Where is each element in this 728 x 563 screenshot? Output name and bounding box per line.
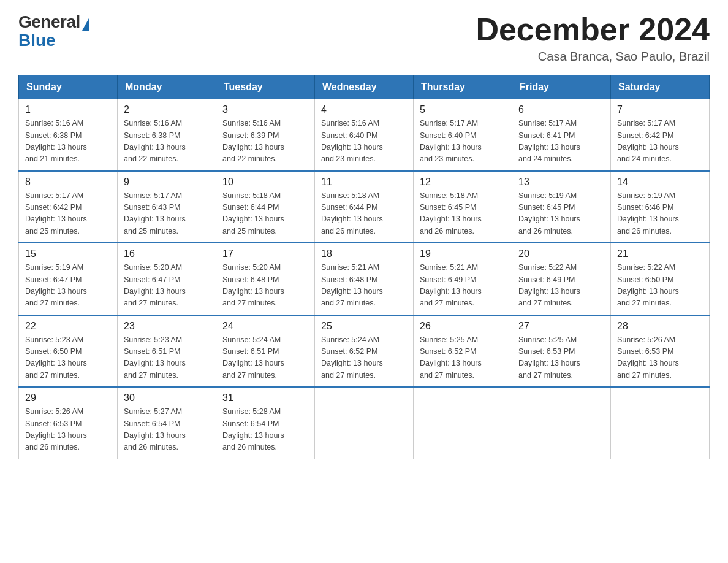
table-row: 5Sunrise: 5:17 AMSunset: 6:40 PMDaylight… <box>414 99 512 171</box>
table-row: 21Sunrise: 5:22 AMSunset: 6:50 PMDayligh… <box>611 243 710 315</box>
month-title: December 2024 <box>476 12 710 47</box>
table-row <box>315 387 414 459</box>
table-row: 31Sunrise: 5:28 AMSunset: 6:54 PMDayligh… <box>216 387 315 459</box>
table-row: 19Sunrise: 5:21 AMSunset: 6:49 PMDayligh… <box>414 243 512 315</box>
table-row: 28Sunrise: 5:26 AMSunset: 6:53 PMDayligh… <box>611 315 710 388</box>
calendar-table: Sunday Monday Tuesday Wednesday Thursday… <box>18 75 710 459</box>
day-info: Sunrise: 5:26 AMSunset: 6:53 PMDaylight:… <box>617 334 703 382</box>
day-info: Sunrise: 5:25 AMSunset: 6:53 PMDaylight:… <box>518 334 604 382</box>
table-row: 10Sunrise: 5:18 AMSunset: 6:44 PMDayligh… <box>216 171 315 243</box>
table-row: 23Sunrise: 5:23 AMSunset: 6:51 PMDayligh… <box>118 315 216 388</box>
day-info: Sunrise: 5:16 AMSunset: 6:38 PMDaylight:… <box>124 118 210 166</box>
day-number: 9 <box>124 177 210 188</box>
table-row: 2Sunrise: 5:16 AMSunset: 6:38 PMDaylight… <box>118 99 216 171</box>
day-info: Sunrise: 5:16 AMSunset: 6:38 PMDaylight:… <box>25 118 111 166</box>
day-number: 3 <box>222 104 308 115</box>
day-number: 28 <box>617 321 703 332</box>
day-number: 12 <box>420 177 506 188</box>
day-number: 26 <box>420 321 506 332</box>
day-info: Sunrise: 5:22 AMSunset: 6:49 PMDaylight:… <box>518 262 604 310</box>
table-row: 14Sunrise: 5:19 AMSunset: 6:46 PMDayligh… <box>611 171 710 243</box>
day-number: 21 <box>617 248 703 259</box>
day-info: Sunrise: 5:27 AMSunset: 6:54 PMDaylight:… <box>124 406 210 454</box>
day-number: 2 <box>124 104 210 115</box>
day-info: Sunrise: 5:16 AMSunset: 6:39 PMDaylight:… <box>222 118 308 166</box>
day-number: 11 <box>321 177 407 188</box>
table-row: 13Sunrise: 5:19 AMSunset: 6:45 PMDayligh… <box>512 171 611 243</box>
logo-triangle-icon <box>82 17 89 31</box>
header-tuesday: Tuesday <box>216 75 315 99</box>
day-number: 14 <box>617 177 703 188</box>
day-number: 10 <box>222 177 308 188</box>
logo-blue-text: Blue <box>18 31 56 50</box>
day-info: Sunrise: 5:17 AMSunset: 6:42 PMDaylight:… <box>617 118 703 166</box>
day-info: Sunrise: 5:21 AMSunset: 6:49 PMDaylight:… <box>420 262 506 310</box>
day-info: Sunrise: 5:24 AMSunset: 6:52 PMDaylight:… <box>321 334 407 382</box>
table-row: 26Sunrise: 5:25 AMSunset: 6:52 PMDayligh… <box>414 315 512 388</box>
table-row: 4Sunrise: 5:16 AMSunset: 6:40 PMDaylight… <box>315 99 414 171</box>
day-number: 22 <box>25 321 111 332</box>
day-number: 31 <box>222 393 308 404</box>
day-number: 15 <box>25 248 111 259</box>
day-info: Sunrise: 5:18 AMSunset: 6:44 PMDaylight:… <box>321 190 407 238</box>
logo-general-text: General <box>18 12 80 32</box>
day-number: 1 <box>25 104 111 115</box>
logo: General Blue <box>18 12 89 50</box>
table-row: 16Sunrise: 5:20 AMSunset: 6:47 PMDayligh… <box>118 243 216 315</box>
page-header: General Blue December 2024 Casa Branca, … <box>18 12 710 64</box>
day-info: Sunrise: 5:18 AMSunset: 6:44 PMDaylight:… <box>222 190 308 238</box>
day-info: Sunrise: 5:17 AMSunset: 6:40 PMDaylight:… <box>420 118 506 166</box>
day-number: 13 <box>518 177 604 188</box>
table-row: 12Sunrise: 5:18 AMSunset: 6:45 PMDayligh… <box>414 171 512 243</box>
day-number: 19 <box>420 248 506 259</box>
day-number: 24 <box>222 321 308 332</box>
day-info: Sunrise: 5:23 AMSunset: 6:50 PMDaylight:… <box>25 334 111 382</box>
day-info: Sunrise: 5:18 AMSunset: 6:45 PMDaylight:… <box>420 190 506 238</box>
day-number: 6 <box>518 104 604 115</box>
table-row: 3Sunrise: 5:16 AMSunset: 6:39 PMDaylight… <box>216 99 315 171</box>
day-info: Sunrise: 5:17 AMSunset: 6:41 PMDaylight:… <box>518 118 604 166</box>
day-number: 27 <box>518 321 604 332</box>
day-number: 17 <box>222 248 308 259</box>
day-number: 20 <box>518 248 604 259</box>
header-saturday: Saturday <box>611 75 710 99</box>
table-row: 18Sunrise: 5:21 AMSunset: 6:48 PMDayligh… <box>315 243 414 315</box>
day-info: Sunrise: 5:19 AMSunset: 6:47 PMDaylight:… <box>25 262 111 310</box>
day-info: Sunrise: 5:25 AMSunset: 6:52 PMDaylight:… <box>420 334 506 382</box>
day-info: Sunrise: 5:20 AMSunset: 6:48 PMDaylight:… <box>222 262 308 310</box>
table-row: 20Sunrise: 5:22 AMSunset: 6:49 PMDayligh… <box>512 243 611 315</box>
table-row: 6Sunrise: 5:17 AMSunset: 6:41 PMDaylight… <box>512 99 611 171</box>
table-row: 24Sunrise: 5:24 AMSunset: 6:51 PMDayligh… <box>216 315 315 388</box>
day-info: Sunrise: 5:28 AMSunset: 6:54 PMDaylight:… <box>222 406 308 454</box>
day-number: 18 <box>321 248 407 259</box>
table-row: 30Sunrise: 5:27 AMSunset: 6:54 PMDayligh… <box>118 387 216 459</box>
table-row: 15Sunrise: 5:19 AMSunset: 6:47 PMDayligh… <box>19 243 118 315</box>
day-info: Sunrise: 5:26 AMSunset: 6:53 PMDaylight:… <box>25 406 111 454</box>
table-row <box>512 387 611 459</box>
day-info: Sunrise: 5:17 AMSunset: 6:43 PMDaylight:… <box>124 190 210 238</box>
day-number: 5 <box>420 104 506 115</box>
day-info: Sunrise: 5:17 AMSunset: 6:42 PMDaylight:… <box>25 190 111 238</box>
table-row: 29Sunrise: 5:26 AMSunset: 6:53 PMDayligh… <box>19 387 118 459</box>
day-info: Sunrise: 5:16 AMSunset: 6:40 PMDaylight:… <box>321 118 407 166</box>
table-row: 1Sunrise: 5:16 AMSunset: 6:38 PMDaylight… <box>19 99 118 171</box>
day-number: 29 <box>25 393 111 404</box>
table-row <box>611 387 710 459</box>
header-thursday: Thursday <box>414 75 512 99</box>
table-row: 27Sunrise: 5:25 AMSunset: 6:53 PMDayligh… <box>512 315 611 388</box>
title-area: December 2024 Casa Branca, Sao Paulo, Br… <box>476 12 710 64</box>
day-info: Sunrise: 5:22 AMSunset: 6:50 PMDaylight:… <box>617 262 703 310</box>
calendar-header-row: Sunday Monday Tuesday Wednesday Thursday… <box>19 75 710 99</box>
header-friday: Friday <box>512 75 611 99</box>
day-number: 23 <box>124 321 210 332</box>
day-info: Sunrise: 5:23 AMSunset: 6:51 PMDaylight:… <box>124 334 210 382</box>
day-info: Sunrise: 5:24 AMSunset: 6:51 PMDaylight:… <box>222 334 308 382</box>
table-row <box>414 387 512 459</box>
day-info: Sunrise: 5:20 AMSunset: 6:47 PMDaylight:… <box>124 262 210 310</box>
table-row: 8Sunrise: 5:17 AMSunset: 6:42 PMDaylight… <box>19 171 118 243</box>
day-number: 8 <box>25 177 111 188</box>
table-row: 22Sunrise: 5:23 AMSunset: 6:50 PMDayligh… <box>19 315 118 388</box>
day-number: 30 <box>124 393 210 404</box>
day-number: 7 <box>617 104 703 115</box>
table-row: 11Sunrise: 5:18 AMSunset: 6:44 PMDayligh… <box>315 171 414 243</box>
